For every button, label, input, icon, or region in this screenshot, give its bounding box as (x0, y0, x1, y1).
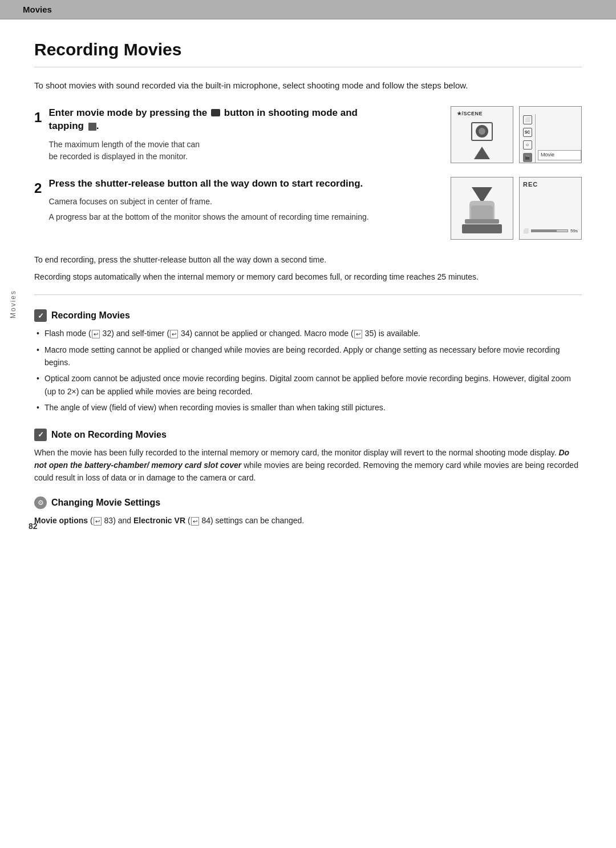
step-1-text-block: Enter movie mode by pressing the button … (49, 106, 431, 163)
movie-options-label: Movie options (34, 516, 88, 525)
settings-text: Movie options (↩ 83) and Electronic VR (… (34, 514, 582, 527)
camera-top (462, 224, 502, 233)
settings-title: Changing Movie Settings (51, 496, 160, 510)
scene-selector: ★/SCENE (451, 107, 513, 163)
menu-icon-3: ☺ (523, 140, 532, 150)
progress-icon: ⬜ (523, 228, 529, 235)
note-icon-2: ✓ (34, 429, 47, 441)
menu-icons-col: ⬜ SC ☺ 🎬 (520, 114, 536, 162)
movie-label: Movie (538, 150, 581, 160)
note-list-1: Flash mode (↩ 32) and self-timer (↩ 34) … (34, 327, 582, 414)
ref-34: ↩ (170, 330, 178, 338)
main-content: Recording Movies To shoot movies with so… (0, 19, 616, 544)
finger-icon (462, 183, 502, 233)
camera-mode-box (471, 122, 493, 141)
note-on-recording: ✓ Note on Recording Movies When the movi… (34, 428, 582, 484)
settings-end-text: settings can be changed. (216, 516, 305, 525)
icon-symbol-1: ⬜ (525, 116, 530, 123)
step-1-subtext: The maximum length of the movie that can… (49, 139, 431, 163)
top-bar: Movies (0, 0, 616, 19)
changing-movie-settings: ⚙ Changing Movie Settings Movie options … (34, 496, 582, 527)
note-item-1: Flash mode (↩ 32) and self-timer (↩ 34) … (34, 327, 582, 340)
step-1-left: 1 Enter movie mode by pressing the butto… (34, 106, 451, 163)
shutter-illustration (451, 177, 513, 239)
divider-1 (34, 294, 582, 295)
ref-83-num: 83 (104, 516, 114, 525)
and-text: and (118, 516, 131, 525)
bold-part-2: memory card slot cover (151, 461, 241, 470)
menu-panel: ⬜ SC ☺ 🎬 (520, 107, 581, 163)
note-on-recording-text: When the movie has been fully recorded t… (34, 446, 582, 484)
step-2-left: 2 Press the shutter-release button all t… (34, 177, 451, 224)
step-1-subtext2: be recorded is displayed in the monitor. (49, 152, 188, 161)
intro-text: To shoot movies with sound recorded via … (34, 79, 582, 92)
step-2-diagram-1 (451, 177, 513, 240)
step-2-text-block: Press the shutter-release button all the… (49, 177, 431, 224)
shutter-button (465, 219, 499, 224)
step-1-diagram-2: ⬜ SC ☺ 🎬 (519, 106, 582, 163)
movie-tap-icon (88, 123, 96, 131)
note-item-2: Macro mode setting cannot be applied or … (34, 344, 582, 369)
step-2-subtext2: A progress bar at the bottom of the moni… (49, 211, 431, 223)
camera-lens-icon (476, 125, 488, 138)
menu-spacer (520, 107, 581, 115)
progress-bar (531, 229, 568, 232)
menu-labels-col: Movie (536, 114, 581, 162)
step-2-heading: Press the shutter-release button all the… (49, 177, 431, 191)
step-2-subtext1: Camera focuses on subject in center of f… (49, 196, 431, 208)
sidebar-wrapper: Movies (8, 248, 18, 362)
rec-display: REC ⬜ 59s (520, 177, 581, 239)
rec-label: REC (520, 177, 581, 192)
page-title: Recording Movies (34, 37, 582, 67)
menu-icon-2: SC (523, 128, 532, 137)
menu-content: ⬜ SC ☺ 🎬 (520, 114, 581, 162)
icon-symbol-3: ☺ (525, 142, 529, 148)
camera-icon (211, 109, 220, 116)
step-1-section: 1 Enter movie mode by pressing the butto… (34, 106, 582, 163)
step-1-number: 1 (34, 107, 42, 128)
recording-movies-note: ✓ Recording Movies Flash mode (↩ 32) and… (34, 309, 582, 414)
step-1-heading-line2: button in shooting mode and (224, 107, 358, 118)
ref-84: ↩ (191, 517, 199, 526)
step-2-diagram-2: REC ⬜ 59s (519, 177, 582, 240)
menu-icon-4-selected: 🎬 (523, 153, 532, 162)
note-title-1: Recording Movies (51, 309, 130, 322)
ref-32: ↩ (92, 330, 100, 338)
step-2-number: 2 (34, 178, 42, 199)
step-1-heading: Enter movie mode by pressing the button … (49, 106, 431, 134)
scene-label: ★/SCENE (457, 110, 483, 118)
ref-83: ↩ (94, 517, 102, 526)
note-header-1: ✓ Recording Movies (34, 309, 582, 322)
para-1: To end recording, press the shutter-rele… (34, 253, 582, 266)
step-1-images: ★/SCENE (451, 106, 582, 163)
up-arrow (474, 147, 490, 159)
progress-bar-fill (532, 230, 557, 232)
page-number: 82 (29, 520, 38, 532)
note-title-2: Note on Recording Movies (51, 428, 167, 442)
step-1-heading-line3: tapping (49, 120, 84, 131)
para-2: Recording stops automatically when the i… (34, 270, 582, 283)
note-icon-1: ✓ (34, 309, 47, 322)
step-1-heading-text: Enter movie mode by pressing the (49, 107, 208, 118)
note-para-1: When the movie has been fully recorded t… (34, 448, 557, 457)
finger-tip-shape (471, 205, 493, 219)
note-header-2: ✓ Note on Recording Movies (34, 428, 582, 442)
settings-header: ⚙ Changing Movie Settings (34, 496, 582, 510)
progress-area: ⬜ 59s (523, 228, 578, 235)
menu-icon-1: ⬜ (523, 115, 532, 124)
icon-symbol-2: SC (525, 130, 530, 136)
step-1-diagram-1: ★/SCENE (451, 106, 513, 163)
lens-inner (479, 128, 485, 135)
ref-84-num: 84 (201, 516, 210, 525)
note-item-4: The angle of view (field of view) when r… (34, 401, 582, 414)
step-1-subtext1: The maximum length of the movie that can (49, 140, 200, 149)
ref-35: ↩ (354, 330, 362, 338)
finger-body (469, 201, 495, 219)
top-bar-title: Movies (23, 5, 52, 14)
electronic-vr-label: Electronic VR (133, 516, 185, 525)
sidebar-label: Movies (8, 290, 18, 318)
time-remaining: 59s (570, 228, 578, 235)
step-2-images: REC ⬜ 59s (451, 177, 582, 240)
icon-symbol-4: 🎬 (525, 155, 530, 161)
settings-icon: ⚙ (34, 496, 47, 509)
